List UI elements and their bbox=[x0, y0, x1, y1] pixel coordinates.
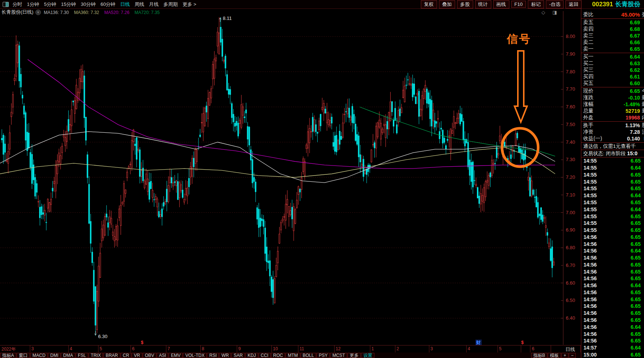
indicator-button-BRAR[interactable]: BRAR bbox=[103, 353, 120, 358]
indicator-button-设置[interactable]: 设置 bbox=[361, 353, 374, 358]
indicator-button-VOL-TDX[interactable]: VOL-TDX bbox=[183, 353, 207, 358]
topbar-button-返回[interactable]: 返回 bbox=[565, 0, 582, 8]
quote-row: 现价6.65今 bbox=[581, 88, 644, 94]
svg-text:6.40: 6.40 bbox=[566, 315, 575, 321]
tick-row: 14:566.64 bbox=[581, 323, 644, 330]
date-label: 1 bbox=[371, 346, 374, 351]
indicator-button-MACD[interactable]: MACD bbox=[30, 353, 48, 358]
trade-status-row: 交易状态: 闭市阶段 15:0 bbox=[581, 150, 644, 157]
signal-circle bbox=[502, 128, 538, 167]
chart-corner-icons[interactable]: ◇ ◨ bbox=[541, 10, 560, 15]
topbar-button-F10[interactable]: F10 bbox=[511, 1, 526, 8]
svg-text:6.90: 6.90 bbox=[566, 227, 575, 233]
indicator-button-CCI[interactable]: CCI bbox=[259, 353, 271, 358]
period-item-15分钟[interactable]: 15分钟 bbox=[61, 1, 76, 8]
toolbar-right-模板[interactable]: 模板 bbox=[548, 353, 561, 358]
toolbar-right-−[interactable]: − bbox=[569, 353, 576, 358]
svg-text:7.90: 7.90 bbox=[566, 51, 575, 57]
period-item-更多 >[interactable]: 更多 > bbox=[183, 1, 196, 8]
indicator-button-ASI[interactable]: ASI bbox=[157, 353, 168, 358]
indicator-button-RSI[interactable]: RSI bbox=[207, 353, 219, 358]
topbar-button-叠加[interactable]: 叠加 bbox=[439, 0, 455, 8]
buy-row[interactable]: 买五6.60 bbox=[581, 80, 644, 87]
buy-row[interactable]: 买一6.64 bbox=[581, 53, 644, 60]
indicator-button-MCST[interactable]: MCST bbox=[330, 353, 347, 358]
sell-row[interactable]: 卖一6.65 bbox=[581, 46, 644, 52]
indicator-toolbar: 指标A窗口MACDDMIDMAFSLTRIXBRARCRVROBVASIEMVV… bbox=[0, 352, 581, 358]
dollar-marker: $ bbox=[141, 340, 143, 345]
buy-row[interactable]: 买二6.63 bbox=[581, 60, 644, 67]
dollar-marker: $ bbox=[521, 340, 524, 345]
indicator-button-DMI[interactable]: DMI bbox=[48, 353, 60, 358]
main-chart[interactable]: 8.007.907.807.707.607.507.407.307.207.10… bbox=[0, 9, 581, 345]
tick-row: 14:566.65 bbox=[581, 261, 644, 268]
axis-separator bbox=[395, 345, 395, 352]
indicator-button-ROC[interactable]: ROC bbox=[271, 353, 285, 358]
date-label: 4 bbox=[468, 346, 470, 351]
sell-row[interactable]: 卖二6.66 bbox=[581, 39, 644, 46]
topbar-button-画线[interactable]: 画线 bbox=[493, 0, 509, 8]
sell-row[interactable]: 卖四6.68 bbox=[581, 26, 644, 32]
quote-row: 收益(一)0.140P bbox=[581, 135, 644, 142]
topbar-button-复权[interactable]: 复权 bbox=[421, 0, 437, 8]
buy-row[interactable]: 买四6.61 bbox=[581, 73, 644, 80]
buy-row[interactable]: 买三6.62 bbox=[581, 67, 644, 73]
indicator-button-VR[interactable]: VR bbox=[132, 353, 142, 358]
ad-banner[interactable]: 通达信，仅需1元查看千 bbox=[581, 143, 644, 150]
svg-text:7.20: 7.20 bbox=[566, 174, 575, 180]
indicator-button-WR[interactable]: WR bbox=[219, 353, 231, 358]
period-item-多周期[interactable]: 多周期 bbox=[163, 1, 178, 8]
indicator-button-OBV[interactable]: OBV bbox=[143, 353, 156, 358]
indicator-button-KDJ[interactable]: KDJ bbox=[245, 353, 258, 358]
topbar-button-统计[interactable]: 统计 bbox=[475, 0, 491, 8]
period-item-日线[interactable]: 日线 bbox=[120, 1, 130, 8]
date-label: 5 bbox=[499, 346, 502, 351]
quote-row: 净资7.28流 bbox=[581, 129, 644, 135]
period-menu: 分时1分钟5分钟15分钟30分钟60分钟日线周线月线多周期更多 > bbox=[13, 1, 201, 8]
sell-row[interactable]: 卖五6.69 bbox=[581, 19, 644, 26]
date-label: 2022年 bbox=[1, 346, 16, 352]
tick-row: 14:556.65 bbox=[581, 227, 644, 234]
indicator-button-EMV[interactable]: EMV bbox=[169, 353, 183, 358]
indicator-button-TRIX[interactable]: TRIX bbox=[89, 353, 103, 358]
topbar-button-多股[interactable]: 多股 bbox=[457, 0, 473, 8]
period-item-30分钟[interactable]: 30分钟 bbox=[81, 1, 96, 8]
ma-line-MA520 bbox=[28, 59, 555, 168]
tick-row: 14:566.65 bbox=[581, 337, 644, 344]
date-label: 9 bbox=[238, 346, 241, 351]
weibi-row: 委比 45.00% 委 bbox=[581, 11, 644, 19]
sell-row[interactable]: 卖三6.67 bbox=[581, 32, 644, 39]
period-item-周线[interactable]: 周线 bbox=[135, 1, 144, 8]
indicator-button-窗口[interactable]: 窗口 bbox=[17, 353, 30, 358]
quote-row: 涨跌-0.10最 bbox=[581, 94, 644, 101]
period-item-分时[interactable]: 分时 bbox=[13, 1, 22, 8]
period-item-60分钟[interactable]: 60分钟 bbox=[100, 1, 115, 8]
svg-text:7.00: 7.00 bbox=[566, 210, 575, 215]
svg-text:6.60: 6.60 bbox=[566, 280, 575, 286]
axis-separator bbox=[30, 345, 30, 352]
toolbar-right-指标B[interactable]: 指标B bbox=[531, 353, 547, 358]
chevron-down-icon[interactable]: ∨ bbox=[35, 10, 41, 15]
indicator-button-PSY[interactable]: PSY bbox=[316, 353, 330, 358]
indicator-button-BOLL[interactable]: BOLL bbox=[301, 353, 316, 358]
indicator-button-MTM[interactable]: MTM bbox=[285, 353, 300, 358]
axis-separator bbox=[98, 345, 98, 352]
indicator-button-SAR[interactable]: SAR bbox=[231, 353, 245, 358]
sell-levels: 卖五6.69卖四6.68卖三6.67卖二6.66卖一6.65 bbox=[581, 19, 644, 53]
period-item-月线[interactable]: 月线 bbox=[149, 1, 159, 8]
period-item-5分钟[interactable]: 5分钟 bbox=[44, 1, 56, 8]
signal-text: 信号 bbox=[506, 33, 531, 45]
indicator-button-DMA[interactable]: DMA bbox=[61, 353, 75, 358]
topbar-button--自选[interactable]: -自选 bbox=[546, 0, 564, 8]
toolbar-right-+[interactable]: + bbox=[561, 353, 568, 358]
svg-text:8.00: 8.00 bbox=[566, 34, 575, 39]
tick-list[interactable]: 14:556.6514:556.6414:556.6514:556.6514:5… bbox=[581, 157, 644, 358]
indicator-button-FSL[interactable]: FSL bbox=[76, 353, 88, 358]
date-label: 2 bbox=[397, 346, 399, 351]
period-item-1分钟[interactable]: 1分钟 bbox=[27, 1, 39, 8]
window-layout-icon[interactable] bbox=[3, 2, 9, 7]
topbar-button-标记[interactable]: 标记 bbox=[528, 0, 544, 8]
indicator-button-指标A[interactable]: 指标A bbox=[0, 353, 16, 358]
indicator-button-CR[interactable]: CR bbox=[121, 353, 131, 358]
indicator-button-更多[interactable]: 更多 bbox=[347, 353, 361, 358]
